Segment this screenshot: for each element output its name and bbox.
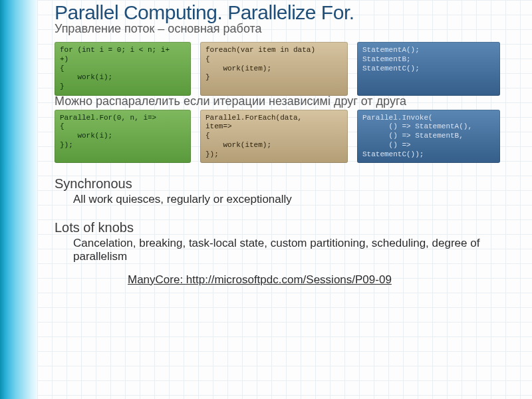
section-text-parallelize: Можно распаралелить если итерации незави… <box>55 94 519 108</box>
slide-title: Parallel Computing. Parallelize For. <box>55 0 519 25</box>
code-parallel-for: Parallel.For(0, n, i=> { work(i); }); <box>55 110 191 164</box>
code-row-parallel: Parallel.For(0, n, i=> { work(i); }); Pa… <box>55 110 519 164</box>
slide-content: Parallel Computing. Parallelize For. Упр… <box>37 0 532 399</box>
code-row-sequential: for (int i = 0; i < n; i+ +) { work(i); … <box>55 42 519 96</box>
desc-synchronous: All work quiesces, regularly or exceptio… <box>73 193 519 206</box>
code-foreach: foreach(var item in data) { work(item); … <box>200 42 348 96</box>
heading-synchronous: Synchronous <box>55 176 519 192</box>
link-manycore[interactable]: ManyCore: http://microsoftpdc.com/Sessio… <box>128 273 392 287</box>
heading-knobs: Lots of knobs <box>55 220 519 235</box>
desc-knobs: Cancelation, breaking, task-local state,… <box>73 237 519 264</box>
code-statements: StatementA(); StatementB; StatementC(); <box>357 42 500 96</box>
code-for-loop: for (int i = 0; i < n; i+ +) { work(i); … <box>55 42 191 96</box>
code-parallel-foreach: Parallel.ForEach(data, item=> { work(ite… <box>200 110 348 164</box>
code-parallel-invoke: Parallel.Invoke( () => StatementA(), () … <box>357 110 500 164</box>
slide-sidebar-gradient <box>0 0 37 399</box>
